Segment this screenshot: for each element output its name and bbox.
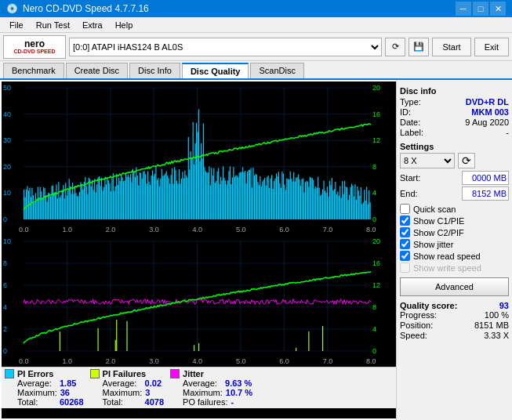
speed-q-value: 3.33 X — [484, 331, 509, 340]
tab-disc-info[interactable]: Disc Info — [129, 63, 180, 78]
show-read-row: Show read speed — [400, 251, 509, 261]
tab-disc-quality[interactable]: Disc Quality — [182, 63, 249, 78]
disc-id-value: MKM 003 — [471, 107, 509, 117]
pi-failures-avg-row: Average: 0.02 — [103, 378, 164, 388]
show-read-checkbox[interactable] — [400, 251, 410, 261]
title-bar-controls: ─ □ ✕ — [456, 2, 506, 16]
pi-failures-total-row: Total: 4078 — [103, 397, 164, 407]
show-read-label[interactable]: Show read speed — [413, 252, 481, 261]
pi-failures-group: PI Failures Average: 0.02 Maximum: 3 Tot… — [90, 369, 164, 407]
show-write-checkbox[interactable] — [400, 262, 410, 273]
menu-bar: File Run Test Extra Help — [0, 17, 512, 33]
quality-score-row: Quality score: 93 — [400, 301, 509, 310]
disc-id-row: ID: MKM 003 — [400, 107, 509, 117]
pi-errors-avg-row: Average: 1.85 — [17, 378, 84, 388]
show-write-label: Show write speed — [413, 263, 481, 273]
jitter-max-val: 10.7 % — [226, 388, 252, 397]
jitter-avg-val: 9.63 % — [225, 378, 252, 388]
exit-button[interactable]: Exit — [474, 38, 509, 56]
app-icon: 💿 — [6, 3, 18, 14]
show-write-row: Show write speed — [400, 262, 509, 273]
pi-errors-max-row: Maximum: 36 — [17, 388, 84, 397]
po-failures-label: PO failures: — [183, 397, 227, 407]
start-mb-label: Start: — [400, 173, 420, 183]
show-c1pie-label[interactable]: Show C1/PIE — [413, 216, 464, 226]
progress-row: Progress: 100 % — [400, 310, 509, 320]
show-c1-row: Show C1/PIE — [400, 215, 509, 226]
start-mb-row: Start: — [400, 171, 509, 185]
pi-errors-color — [5, 369, 14, 378]
top-chart — [2, 81, 393, 235]
disc-date-value: 9 Aug 2020 — [465, 118, 509, 127]
pi-errors-group: PI Errors Average: 1.85 Maximum: 36 Tota… — [5, 369, 84, 407]
pi-failures-total-label: Total: — [103, 397, 142, 407]
jitter-max-row: Maximum: 10.7 % — [183, 388, 252, 397]
settings-refresh-btn[interactable]: ⟳ — [458, 153, 475, 168]
disc-id-label: ID: — [400, 107, 411, 117]
speed-row: 8 X 4 X 16 X ⟳ — [400, 153, 509, 168]
speed-select[interactable]: 8 X 4 X 16 X — [400, 153, 455, 168]
advanced-button[interactable]: Advanced — [400, 277, 509, 296]
disc-type-label: Type: — [400, 97, 421, 107]
show-c1pie-checkbox[interactable] — [400, 215, 410, 226]
pi-failures-header: PI Failures — [90, 369, 164, 378]
nero-logo-sub: CD-DVD SPEED — [14, 49, 56, 54]
pi-errors-avg-val: 1.85 — [60, 378, 76, 388]
quick-scan-label[interactable]: Quick scan — [413, 205, 456, 214]
tab-benchmark[interactable]: Benchmark — [3, 63, 64, 78]
menu-extra[interactable]: Extra — [76, 19, 109, 31]
progress-label: Progress: — [400, 310, 437, 320]
title-bar-text: Nero CD-DVD Speed 4.7.7.16 — [23, 3, 149, 14]
quick-scan-row: Quick scan — [400, 204, 509, 214]
right-panel: Disc info Type: DVD+R DL ID: MKM 003 Dat… — [396, 80, 512, 420]
end-mb-row: End: — [400, 186, 509, 201]
start-mb-input[interactable] — [462, 171, 509, 185]
drive-select[interactable]: [0:0] ATAPI iHAS124 B AL0S — [69, 38, 382, 56]
speed-row-quality: Speed: 3.33 X — [400, 331, 509, 340]
refresh-button[interactable]: ⟳ — [385, 38, 405, 56]
pi-errors-total-row: Total: 60268 — [17, 397, 84, 407]
pi-errors-avg-label: Average: — [17, 378, 56, 388]
position-value: 8151 MB — [474, 320, 509, 330]
menu-run-test[interactable]: Run Test — [30, 19, 76, 31]
menu-file[interactable]: File — [3, 19, 30, 31]
pi-failures-rows: Average: 0.02 Maximum: 3 Total: 4078 — [103, 378, 164, 407]
quality-score-label: Quality score: — [400, 301, 457, 310]
menu-help[interactable]: Help — [109, 19, 140, 31]
jitter-group: Jitter Average: 9.63 % Maximum: 10.7 % P… — [170, 369, 252, 407]
pi-errors-rows: Average: 1.85 Maximum: 36 Total: 60268 — [17, 378, 84, 407]
quick-scan-checkbox[interactable] — [400, 204, 410, 214]
pi-failures-avg-val: 0.02 — [145, 378, 162, 388]
tab-create-disc[interactable]: Create Disc — [66, 63, 128, 78]
tab-scan-disc[interactable]: ScanDisc — [250, 63, 303, 78]
pi-errors-total-label: Total: — [17, 397, 56, 407]
quality-score-value: 93 — [499, 301, 509, 310]
minimize-button[interactable]: ─ — [456, 2, 471, 16]
show-c2pif-checkbox[interactable] — [400, 227, 410, 237]
show-c2-row: Show C2/PIF — [400, 227, 509, 237]
show-jitter-checkbox[interactable] — [400, 239, 410, 249]
maximize-button[interactable]: □ — [473, 2, 488, 16]
close-button[interactable]: ✕ — [490, 2, 506, 16]
disc-type-row: Type: DVD+R DL — [400, 97, 509, 107]
show-jitter-row: Show jitter — [400, 239, 509, 249]
show-c2pif-label[interactable]: Show C2/PIF — [413, 228, 464, 237]
start-button[interactable]: Start — [432, 38, 470, 56]
jitter-max-label: Maximum: — [183, 388, 223, 397]
end-mb-input[interactable] — [462, 186, 509, 201]
show-jitter-label[interactable]: Show jitter — [413, 240, 453, 249]
pi-failures-color — [90, 369, 100, 378]
position-label: Position: — [400, 320, 433, 330]
pi-failures-max-label: Maximum: — [103, 388, 143, 397]
save-button[interactable]: 💾 — [409, 38, 429, 56]
tabs: Benchmark Create Disc Disc Info Disc Qua… — [0, 61, 512, 80]
disc-label-label: Label: — [400, 128, 423, 137]
settings-title: Settings — [400, 142, 509, 151]
jitter-avg-row: Average: 9.63 % — [183, 378, 252, 388]
toolbar: nero CD-DVD SPEED [0:0] ATAPI iHAS124 B … — [0, 33, 512, 61]
title-bar-left: 💿 Nero CD-DVD Speed 4.7.7.16 — [6, 3, 149, 14]
jitter-color — [170, 369, 180, 378]
pi-failures-max-row: Maximum: 3 — [103, 388, 164, 397]
nero-logo-text: nero — [24, 39, 45, 49]
pi-errors-max-val: 36 — [60, 388, 70, 397]
